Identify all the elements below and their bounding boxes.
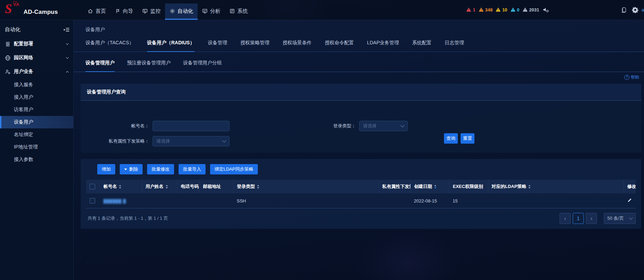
tab-1[interactable]: 设备用户（TACACS） xyxy=(85,39,134,52)
caret-down-icon xyxy=(124,169,127,170)
chevron-down-icon xyxy=(629,216,633,219)
sort-icon[interactable] xyxy=(528,185,530,189)
alarm-sound-settings-icon[interactable] xyxy=(543,7,549,13)
row-checkbox[interactable] xyxy=(90,198,95,204)
alarm-info[interactable]: 2031 xyxy=(523,7,539,13)
help-link[interactable]: ? 帮助 xyxy=(624,74,639,81)
button-label: 增加 xyxy=(102,166,111,172)
sidebar-item-接入服务[interactable]: 接入服务 xyxy=(0,79,73,91)
sidebar-collapse-icon[interactable] xyxy=(64,27,70,33)
private-attr-policy-select[interactable]: 请选择 xyxy=(153,136,229,146)
home-icon xyxy=(88,8,93,14)
settings-gear-icon[interactable] xyxy=(632,7,638,13)
account-name-input[interactable] xyxy=(153,121,229,131)
delete-button[interactable]: 删除 xyxy=(120,164,143,174)
sidebar-group-label: 配置部署 xyxy=(14,41,33,47)
page-size-select[interactable]: 50 条/页 xyxy=(604,213,636,224)
batch-import-button[interactable]: 批量导入 xyxy=(179,164,206,174)
edit-pencil-icon[interactable] xyxy=(627,198,632,203)
cell-name xyxy=(142,193,177,208)
tab-3[interactable]: 设备管理 xyxy=(208,39,227,52)
sort-icon[interactable] xyxy=(257,185,259,189)
tab-5[interactable]: 授权场景条件 xyxy=(282,39,311,52)
alarm-triangle-icon xyxy=(479,7,484,13)
alarm-warning[interactable]: 0 xyxy=(510,7,519,13)
cell-ldap xyxy=(488,193,624,208)
sidebar-item-名址绑定[interactable]: 名址绑定 xyxy=(0,128,73,141)
sidebar-group-3[interactable]: 用户业务 xyxy=(0,65,73,79)
column-label: 私有属性下发策略 xyxy=(382,184,411,189)
cell-account: ██████ █ xyxy=(100,193,142,208)
alarm-critical[interactable]: 1 xyxy=(466,7,475,13)
tab-4[interactable]: 授权策略管理 xyxy=(240,39,269,52)
sidebar-item-接入参数[interactable]: 接入参数 xyxy=(0,153,73,166)
column-header-created[interactable]: 创建日期 xyxy=(410,180,449,193)
cell-exec: 15 xyxy=(449,193,488,208)
sub-tabs: 设备管理用户预注册设备管理用户设备管理用户分组 xyxy=(85,52,644,72)
nav-item-automation[interactable]: 自动化 xyxy=(165,3,198,20)
sidebar-item-设备用户[interactable]: 设备用户 xyxy=(0,116,73,128)
cell-select xyxy=(86,193,100,208)
column-header-account[interactable]: 帐号名 xyxy=(100,180,142,193)
sidebar-header: 自动化 xyxy=(0,20,73,37)
sidebar-item-接入用户[interactable]: 接入用户 xyxy=(0,91,73,103)
query-panel: 设备管理用户查询 帐号名： 登录类型： 请选择 私有属性下发策略 xyxy=(81,84,641,153)
column-header-login_type[interactable]: 登录类型 xyxy=(233,180,379,193)
sidebar-group-2[interactable]: 园区网络 xyxy=(0,51,73,65)
column-header-name[interactable]: 用户姓名 xyxy=(142,180,177,193)
add-button[interactable]: 增加 xyxy=(97,164,115,174)
column-header-select xyxy=(86,180,100,193)
login-type-select[interactable]: 请选择 xyxy=(359,121,408,131)
tab-2[interactable]: 设备用户（RADIUS） xyxy=(147,39,195,52)
subtab-3[interactable]: 设备管理用户分组 xyxy=(183,60,222,72)
chevron-down-icon xyxy=(65,57,69,59)
prev-page-button[interactable]: ‹ xyxy=(560,213,571,224)
sort-icon[interactable] xyxy=(434,185,436,189)
sidebar-item-访客用户[interactable]: 访客用户 xyxy=(0,103,73,116)
tab-9[interactable]: 日志管理 xyxy=(445,39,464,52)
column-header-ldap[interactable]: 对应的LDAP策略 xyxy=(488,180,624,193)
account-link-masked[interactable]: ██████ █ xyxy=(103,199,126,203)
topbar-icons: a xyxy=(621,7,644,13)
select-all-checkbox[interactable] xyxy=(90,184,95,189)
batch-edit-button[interactable]: 批量修改 xyxy=(147,164,174,174)
column-label: 电话号码 xyxy=(181,184,199,189)
nav-item-wizard[interactable]: 向导 xyxy=(110,3,138,20)
brand-logo[interactable]: S VA AD-Campus xyxy=(0,0,73,20)
nav-item-label: 系统 xyxy=(237,8,248,15)
document-icon[interactable] xyxy=(621,7,627,13)
nav-item-home[interactable]: 首页 xyxy=(83,3,110,20)
alarm-major[interactable]: 348 xyxy=(479,7,493,13)
sidebar-group-label: 园区网络 xyxy=(14,55,33,61)
cell-login_type: SSH xyxy=(233,193,379,208)
nav-item-monitor[interactable]: 监控 xyxy=(138,3,165,20)
search-button[interactable]: 查询 xyxy=(444,133,458,144)
column-header-policy[interactable]: 私有属性下发策略 xyxy=(379,180,410,193)
account-name-field: 帐号名： xyxy=(81,121,229,131)
nav-item-analysis[interactable]: 分析 xyxy=(198,3,225,20)
next-page-button[interactable]: › xyxy=(586,213,597,224)
chevron-down-icon xyxy=(400,123,404,127)
bind-ldap-button[interactable]: 绑定LDAP同步策略 xyxy=(210,164,258,174)
column-label: 邮箱地址 xyxy=(203,184,221,189)
sidebar-group-1[interactable]: 配置部署 xyxy=(0,37,73,51)
tab-7[interactable]: LDAP业务管理 xyxy=(367,39,399,52)
alarm-minor[interactable]: 10 xyxy=(496,7,507,13)
tab-8[interactable]: 系统配置 xyxy=(412,39,432,52)
app-shell: 自动化 配置部署园区网络用户业务接入服务接入用户访客用户设备用户名址绑定IP地址… xyxy=(0,20,644,280)
nav-item-system[interactable]: 系统 xyxy=(225,3,252,20)
sidebar-group-label: 用户业务 xyxy=(14,69,33,75)
nav-item-label: 自动化 xyxy=(178,8,193,15)
monitor-icon xyxy=(142,8,148,14)
sidebar-item-IP地址管理[interactable]: IP地址管理 xyxy=(0,141,73,153)
tab-6[interactable]: 授权命令配置 xyxy=(325,39,354,52)
username-partial[interactable]: a xyxy=(642,7,644,12)
subtab-2[interactable]: 预注册设备管理用户 xyxy=(127,60,171,72)
nav-item-label: 首页 xyxy=(96,8,106,15)
reset-button[interactable]: 重置 xyxy=(461,133,474,144)
sort-icon[interactable] xyxy=(166,185,168,189)
button-label: 绑定LDAP同步策略 xyxy=(215,166,253,172)
sort-icon[interactable] xyxy=(119,185,121,189)
subtab-1[interactable]: 设备管理用户 xyxy=(85,60,115,72)
current-page-button[interactable]: 1 xyxy=(573,213,584,224)
